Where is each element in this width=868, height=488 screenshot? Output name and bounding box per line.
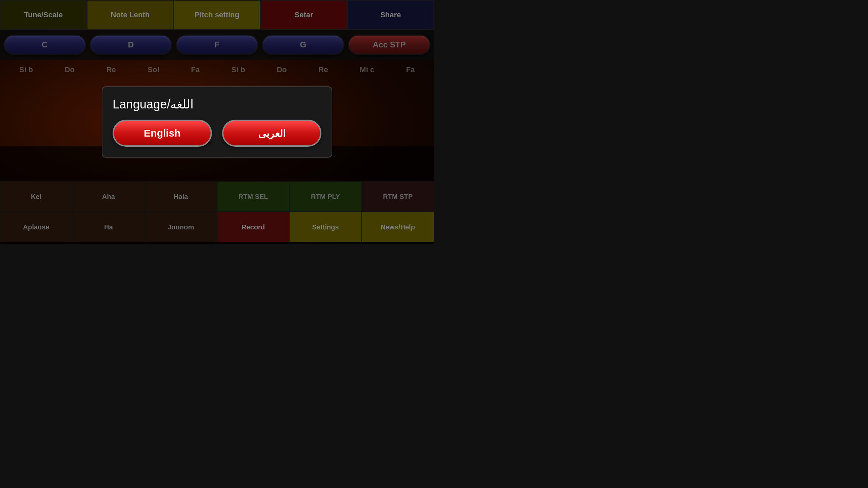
modal-overlay[interactable]: Language/اللغه English العربى: [0, 0, 434, 244]
language-dialog: Language/اللغه English العربى: [102, 86, 332, 158]
english-button[interactable]: English: [113, 120, 212, 147]
modal-buttons: English العربى: [113, 120, 321, 147]
modal-title: Language/اللغه: [113, 97, 194, 111]
arabic-button[interactable]: العربى: [222, 120, 321, 147]
